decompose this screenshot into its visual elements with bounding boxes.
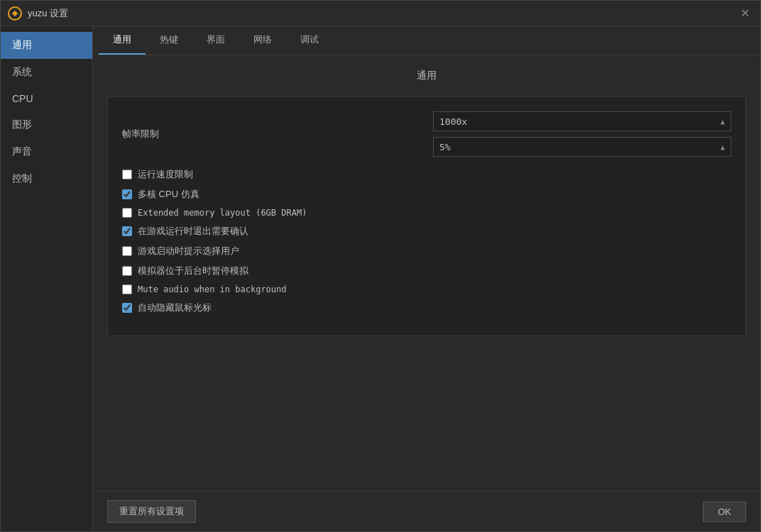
checkbox-list: 运行速度限制多核 CPU 仿真Extended memory layout (6… <box>122 168 731 314</box>
tab-hotkeys[interactable]: 热键 <box>146 26 192 55</box>
content-area: 通用系统CPU图形声音控制 通用热键界面网络调试 通用 帧率限制 1000x ▲ <box>1 26 760 531</box>
checkbox-row-user-select: 游戏启动时提示选择用户 <box>122 245 731 257</box>
framerate-label: 帧率限制 <box>122 128 179 140</box>
checkbox-label-hide-cursor[interactable]: 自动隐藏鼠标光标 <box>138 301 212 314</box>
tab-network[interactable]: 网络 <box>239 26 286 55</box>
window-title: yuzu 设置 <box>28 7 736 20</box>
checkbox-row-mute-bg: Mute audio when in background <box>122 284 731 294</box>
checkbox-row-confirm-exit: 在游戏运行时退出需要确认 <box>122 225 731 238</box>
checkbox-label-multicore[interactable]: 多核 CPU 仿真 <box>138 188 199 201</box>
checkbox-label-confirm-exit[interactable]: 在游戏运行时退出需要确认 <box>138 225 248 238</box>
checkbox-mute-bg[interactable] <box>122 284 132 294</box>
checkbox-label-user-select[interactable]: 游戏启动时提示选择用户 <box>138 245 239 257</box>
tab-ui[interactable]: 界面 <box>192 26 239 55</box>
tab-general[interactable]: 通用 <box>99 26 146 55</box>
checkbox-confirm-exit[interactable] <box>122 226 132 236</box>
main-panel: 通用热键界面网络调试 通用 帧率限制 1000x ▲ <box>93 26 760 531</box>
checkbox-label-pause-bg[interactable]: 模拟器位于后台时暂停模拟 <box>138 265 248 277</box>
sidebar-item-graphics[interactable]: 图形 <box>1 111 92 138</box>
checkbox-row-extended-memory: Extended memory layout (6GB DRAM) <box>122 208 731 218</box>
checkbox-row-hide-cursor: 自动隐藏鼠标光标 <box>122 301 731 314</box>
sidebar-item-general[interactable]: 通用 <box>1 32 92 59</box>
checkbox-label-mute-bg[interactable]: Mute audio when in background <box>138 284 287 294</box>
reset-button[interactable]: 重置所有设置项 <box>107 500 196 523</box>
checkbox-row-pause-bg: 模拟器位于后台时暂停模拟 <box>122 265 731 277</box>
checkbox-multicore[interactable] <box>122 189 132 199</box>
section-title: 通用 <box>107 70 746 82</box>
ok-button[interactable]: OK <box>703 501 746 522</box>
checkbox-user-select[interactable] <box>122 246 132 256</box>
sidebar-item-audio[interactable]: 声音 <box>1 138 92 165</box>
framerate-value-2: 5% <box>439 142 451 153</box>
checkbox-label-speed-limit[interactable]: 运行速度限制 <box>138 168 193 181</box>
sidebar-item-cpu[interactable]: CPU <box>1 86 92 111</box>
settings-box: 帧率限制 1000x ▲ 5% ▲ <box>107 96 746 336</box>
sidebar: 通用系统CPU图形声音控制 <box>1 26 93 531</box>
title-bar: yuzu 设置 ✕ <box>1 1 760 26</box>
dropdown-arrow-2: ▲ <box>721 143 725 151</box>
footer: 重置所有设置项 OK <box>93 491 760 531</box>
framerate-dropdown-1[interactable]: 1000x ▲ <box>433 111 731 131</box>
checkbox-pause-bg[interactable] <box>122 266 132 276</box>
sidebar-item-controls[interactable]: 控制 <box>1 165 92 192</box>
checkbox-hide-cursor[interactable] <box>122 303 132 313</box>
checkbox-speed-limit[interactable] <box>122 170 132 179</box>
framerate-value-1: 1000x <box>439 116 467 127</box>
sidebar-item-system[interactable]: 系统 <box>1 59 92 86</box>
checkbox-extended-memory[interactable] <box>122 208 132 218</box>
main-content: 通用 帧率限制 1000x ▲ 5% ▲ <box>93 55 760 491</box>
checkbox-label-extended-memory[interactable]: Extended memory layout (6GB DRAM) <box>138 208 307 218</box>
dropdown-arrow-1: ▲ <box>721 118 725 126</box>
close-button[interactable]: ✕ <box>736 5 753 22</box>
checkbox-row-multicore: 多核 CPU 仿真 <box>122 188 731 201</box>
app-logo <box>8 6 22 21</box>
framerate-dropdown-2[interactable]: 5% ▲ <box>433 137 731 157</box>
tab-bar: 通用热键界面网络调试 <box>93 26 760 55</box>
framerate-dropdowns: 1000x ▲ 5% ▲ <box>433 111 731 157</box>
framerate-row: 帧率限制 1000x ▲ 5% ▲ <box>122 111 731 157</box>
tab-debug[interactable]: 调试 <box>286 26 333 55</box>
checkbox-row-speed-limit: 运行速度限制 <box>122 168 731 181</box>
main-window: yuzu 设置 ✕ 通用系统CPU图形声音控制 通用热键界面网络调试 通用 帧率… <box>0 0 761 532</box>
